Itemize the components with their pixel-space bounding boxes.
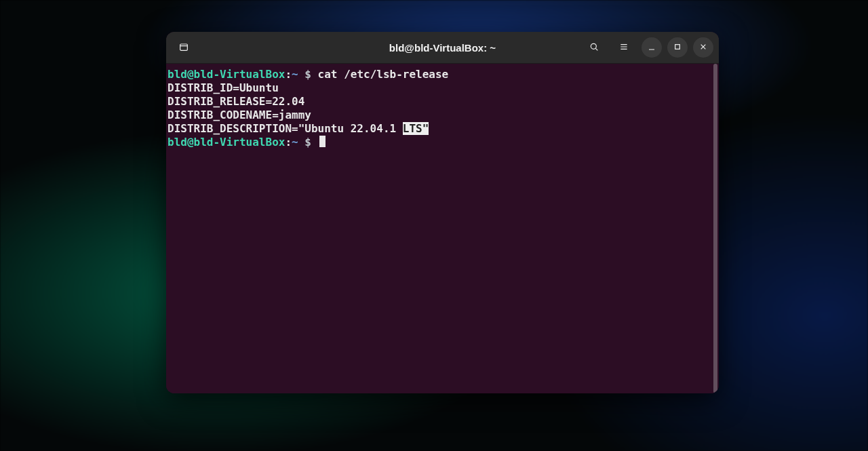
cursor [319,136,326,147]
selected-text: LTS" [403,122,429,135]
terminal-body[interactable]: bld@bld-VirtualBox:~ $ cat /etc/lsb-rele… [166,64,719,393]
prompt-path: ~ [292,136,298,149]
hamburger-menu-icon [618,41,629,54]
svg-rect-0 [180,44,188,50]
output-line: DISTRIB_DESCRIPTION="Ubuntu 22.04.1 LTS" [166,122,719,136]
prompt-symbol: $ [298,68,318,81]
scrollbar-thumb[interactable] [713,64,717,393]
prompt-separator: : [285,136,292,149]
svg-point-1 [591,43,596,49]
prompt-symbol: $ [298,136,318,149]
terminal-window: bld@bld-VirtualBox: ~ [166,32,719,393]
prompt-line: bld@bld-VirtualBox:~ $ [166,136,719,149]
output-line: DISTRIB_ID=Ubuntu [166,81,719,95]
command-line: bld@bld-VirtualBox:~ $ cat /etc/lsb-rele… [166,68,719,81]
prompt-user-host: bld@bld-VirtualBox [167,136,285,149]
maximize-button[interactable] [667,37,688,58]
prompt-user-host: bld@bld-VirtualBox [167,68,285,81]
svg-rect-2 [675,44,680,49]
prompt-separator: : [285,68,292,81]
maximize-icon [672,41,683,54]
new-tab-icon [178,41,189,54]
output-line: DISTRIB_CODENAME=jammy [166,109,719,122]
menu-button[interactable] [612,37,636,58]
close-button[interactable] [693,37,713,58]
close-icon [698,41,709,54]
command-text: cat /etc/lsb-release [318,68,449,81]
scrollbar[interactable] [713,64,717,393]
prompt-path: ~ [292,68,298,81]
new-tab-button[interactable] [172,37,196,58]
search-button[interactable] [582,37,606,58]
titlebar[interactable]: bld@bld-VirtualBox: ~ [166,32,719,64]
search-icon [589,41,599,54]
output-line: DISTRIB_RELEASE=22.04 [166,95,719,109]
output-text: DISTRIB_DESCRIPTION="Ubuntu 22.04.1 [167,122,403,135]
minimize-button[interactable] [642,37,662,58]
minimize-icon [646,41,657,54]
